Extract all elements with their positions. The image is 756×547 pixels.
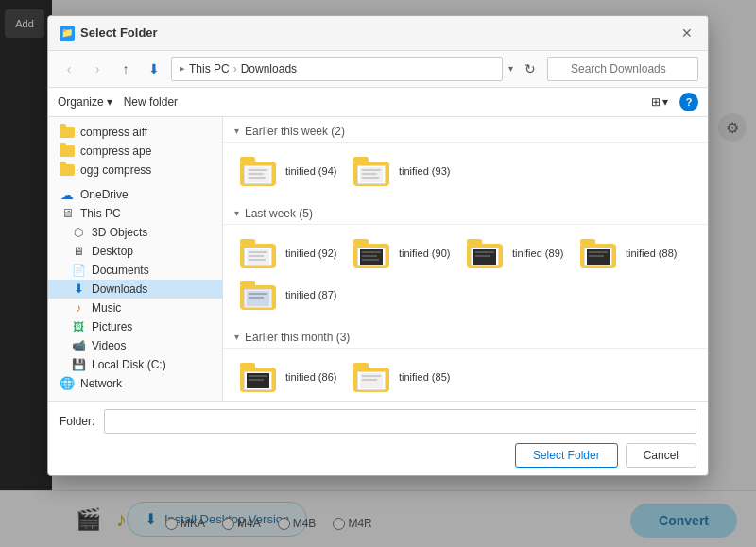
- disk-icon: 💾: [72, 358, 86, 371]
- organize-button[interactable]: Organize ▾: [58, 95, 112, 109]
- downloads-icon-nav: ⬇: [148, 61, 160, 77]
- up-icon: ↑: [123, 61, 129, 77]
- file-item-tinified-90[interactable]: tinified (90): [348, 232, 461, 274]
- toolbar: Organize ▾ New folder ⊞ ▾ ?: [48, 88, 708, 117]
- dialog-close-button[interactable]: ✕: [678, 24, 696, 43]
- forward-button[interactable]: ›: [86, 58, 109, 80]
- svg-rect-5: [362, 169, 381, 171]
- svg-rect-30: [362, 379, 377, 381]
- refresh-button[interactable]: ↻: [519, 58, 541, 80]
- file-item-tinified-89[interactable]: tinified (89): [461, 232, 575, 274]
- help-button[interactable]: ?: [679, 93, 698, 111]
- folder-thumbnail: [240, 238, 278, 268]
- files-grid-earlier-this-month: tinified (86) tinified (85): [223, 349, 708, 401]
- group-chevron-icon: ▾: [234, 208, 239, 218]
- sidebar-item-compress-aiff[interactable]: compress aiff: [48, 123, 222, 142]
- svg-rect-13: [362, 251, 381, 253]
- dialog-title-icon: 📁: [60, 26, 75, 41]
- files-grid-earlier-this-week: tinified (94): [223, 143, 708, 199]
- files-grid-last-week: tinified (92) tinified (90): [223, 225, 708, 323]
- sidebar-item-music[interactable]: ♪ Music: [48, 299, 222, 317]
- file-item-tinified-92[interactable]: tinified (92): [234, 232, 348, 274]
- svg-rect-21: [589, 255, 604, 257]
- breadcrumb-downloads: Downloads: [241, 62, 297, 76]
- group-chevron-icon: ▾: [234, 126, 239, 136]
- folder-input[interactable]: [104, 409, 696, 434]
- svg-rect-2: [249, 173, 264, 175]
- file-item-tinified-86[interactable]: tinified (86): [234, 356, 348, 398]
- folder-icon: [60, 164, 75, 176]
- file-item-tinified-87[interactable]: tinified (87): [234, 274, 348, 316]
- svg-rect-1: [249, 169, 267, 171]
- file-item-tinified-85[interactable]: tinified (85): [348, 356, 461, 398]
- folder-thumbnail: [353, 238, 391, 268]
- sidebar-item-local-disk[interactable]: 💾 Local Disk (C:): [48, 355, 222, 374]
- svg-rect-10: [249, 255, 264, 257]
- svg-rect-23: [249, 293, 267, 295]
- view-dropdown-icon: ▾: [662, 95, 668, 109]
- music-sidebar-icon: ♪: [76, 301, 81, 315]
- group-header-last-week[interactable]: ▾ Last week (5): [223, 199, 708, 225]
- back-button[interactable]: ‹: [58, 58, 80, 80]
- sidebar-item-downloads[interactable]: ⬇ Downloads: [48, 280, 222, 299]
- svg-rect-7: [362, 177, 379, 179]
- svg-rect-27: [249, 379, 264, 381]
- dialog-footer: Folder: Select Folder Cancel: [48, 401, 708, 475]
- group-header-earlier-this-month[interactable]: ▾ Earlier this month (3): [223, 323, 708, 349]
- sidebar-item-desktop[interactable]: 🖥 Desktop: [48, 242, 222, 261]
- svg-rect-6: [362, 173, 377, 175]
- folder-input-row: Folder:: [60, 409, 696, 434]
- view-button[interactable]: ⊞ ▾: [651, 95, 668, 109]
- sidebar-item-ogg-compress[interactable]: ogg compress: [48, 161, 222, 179]
- file-item-tinified-93[interactable]: tinified (93): [348, 150, 461, 192]
- file-item-tinified-94[interactable]: tinified (94): [234, 150, 348, 192]
- svg-rect-29: [362, 375, 381, 377]
- svg-rect-17: [475, 251, 494, 253]
- sidebar-item-documents[interactable]: 📄 Documents: [48, 261, 222, 280]
- forward-icon: ›: [95, 61, 100, 77]
- sidebar-item-3d-objects[interactable]: ⬡ 3D Objects: [48, 223, 222, 242]
- pictures-icon: 🖼: [73, 320, 84, 333]
- onedrive-icon: ☁: [60, 187, 74, 202]
- svg-rect-14: [362, 255, 377, 257]
- group-header-earlier-this-week[interactable]: ▾ Earlier this week (2): [223, 117, 708, 143]
- up-button[interactable]: ↑: [114, 58, 137, 80]
- organize-arrow-icon: ▾: [107, 95, 112, 109]
- file-sidebar: compress aiff compress ape ogg compress …: [48, 117, 223, 401]
- svg-rect-18: [475, 255, 490, 257]
- 3d-icon: ⬡: [74, 226, 83, 239]
- cancel-button[interactable]: Cancel: [626, 443, 696, 468]
- nav-bar: ‹ › ↑ ⬇ ▸ This PC › Downloads ▾ ↻ 🔍: [48, 51, 708, 88]
- dialog-buttons: Select Folder Cancel: [60, 443, 696, 468]
- downloads-quick-button[interactable]: ⬇: [143, 58, 165, 80]
- pc-icon: 🖥: [61, 206, 74, 220]
- search-input[interactable]: [547, 57, 698, 81]
- folder-thumbnail: [240, 280, 278, 310]
- select-folder-button[interactable]: Select Folder: [515, 443, 618, 468]
- sidebar-item-videos[interactable]: 📹 Videos: [48, 336, 222, 355]
- svg-rect-3: [249, 177, 266, 179]
- breadcrumb-dropdown-icon: ▾: [508, 63, 513, 74]
- file-item-tinified-88[interactable]: tinified (88): [575, 232, 688, 274]
- desktop-icon: 🖥: [73, 245, 84, 258]
- dialog-titlebar: 📁 Select Folder ✕: [48, 16, 708, 51]
- file-main-area: ▾ Earlier this week (2): [223, 117, 708, 401]
- sidebar-item-compress-ape[interactable]: compress ape: [48, 142, 222, 161]
- sidebar-item-onedrive[interactable]: ☁ OneDrive: [48, 185, 222, 204]
- dialog-body: compress aiff compress ape ogg compress …: [48, 117, 708, 401]
- documents-icon: 📄: [72, 264, 86, 277]
- folder-label: Folder:: [60, 415, 94, 428]
- dialog-overlay: 📁 Select Folder ✕ ‹ › ↑ ⬇ ▸: [0, 0, 756, 547]
- svg-rect-24: [249, 297, 264, 299]
- select-folder-dialog: 📁 Select Folder ✕ ‹ › ↑ ⬇ ▸: [47, 15, 709, 476]
- view-icon: ⊞: [651, 95, 661, 109]
- sidebar-item-this-pc[interactable]: 🖥 This PC: [48, 204, 222, 223]
- breadcrumb-bar[interactable]: ▸ This PC › Downloads: [171, 57, 503, 81]
- folder-thumbnail: [353, 156, 391, 186]
- svg-rect-20: [589, 251, 608, 253]
- svg-rect-9: [249, 251, 267, 253]
- sidebar-item-network[interactable]: 🌐 Network: [48, 374, 222, 393]
- new-folder-button[interactable]: New folder: [124, 95, 178, 109]
- sidebar-item-pictures[interactable]: 🖼 Pictures: [48, 317, 222, 336]
- folder-icon: [60, 127, 75, 138]
